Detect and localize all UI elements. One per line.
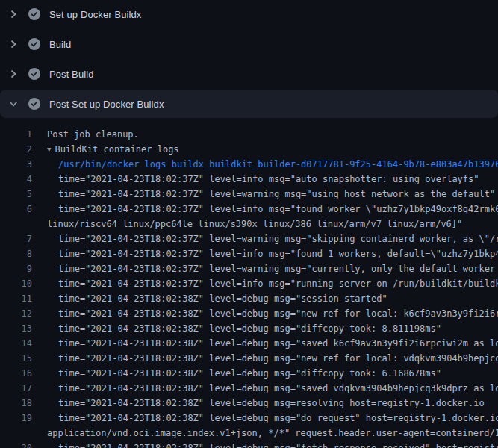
line-number[interactable]: 4 bbox=[0, 172, 32, 187]
log-text: time="2021-04-23T18:02:38Z" level=debug … bbox=[32, 336, 498, 351]
log-row: 4time="2021-04-23T18:02:37Z" level=info … bbox=[0, 172, 498, 187]
line-number[interactable]: 17 bbox=[0, 381, 32, 396]
log-text: time="2021-04-23T18:02:38Z" level=debug … bbox=[32, 366, 441, 381]
step-row-build[interactable]: Build bbox=[0, 30, 498, 58]
log-text: time="2021-04-23T18:02:38Z" level=debug … bbox=[32, 321, 441, 336]
log-row: 17time="2021-04-23T18:02:38Z" level=debu… bbox=[0, 381, 498, 396]
chevron-right-icon[interactable] bbox=[7, 38, 19, 50]
group-collapse-triangle-icon[interactable]: ▼ bbox=[32, 142, 51, 157]
line-number[interactable]: 18 bbox=[0, 396, 32, 411]
line-number[interactable]: 5 bbox=[0, 187, 32, 202]
line-number[interactable]: 11 bbox=[0, 291, 32, 306]
log-text: time="2021-04-23T18:02:38Z" level=debug … bbox=[32, 291, 387, 306]
log-row: 19time="2021-04-23T18:02:38Z" level=debu… bbox=[0, 411, 498, 426]
log-text: application/vnd.oci.image.index.v1+json,… bbox=[32, 426, 498, 441]
step-label: Build bbox=[49, 39, 71, 50]
log-lines: 1Post job cleanup.2▼BuildKit container l… bbox=[0, 119, 498, 448]
log-text: time="2021-04-23T18:02:37Z" level=warnin… bbox=[32, 261, 498, 276]
log-row: 10time="2021-04-23T18:02:37Z" level=info… bbox=[0, 276, 498, 291]
log-row: 1Post job cleanup. bbox=[0, 127, 498, 142]
line-number[interactable]: 2 bbox=[0, 142, 32, 157]
line-number bbox=[0, 217, 32, 231]
line-number[interactable]: 7 bbox=[0, 231, 32, 246]
line-number[interactable]: 10 bbox=[0, 276, 32, 291]
line-number bbox=[0, 426, 32, 441]
step-row-post-build[interactable]: Post Build bbox=[0, 60, 498, 88]
line-number[interactable]: 1 bbox=[0, 127, 32, 142]
log-row: 18time="2021-04-23T18:02:38Z" level=debu… bbox=[0, 396, 498, 411]
log-row: 3/usr/bin/docker logs buildx_buildkit_bu… bbox=[0, 157, 498, 172]
line-number[interactable]: 16 bbox=[0, 366, 32, 381]
step-label: Post Set up Docker Buildx bbox=[49, 99, 164, 110]
log-text: time="2021-04-23T18:02:37Z" level=warnin… bbox=[32, 231, 498, 246]
log-text: time="2021-04-23T18:02:38Z" level=debug … bbox=[32, 351, 498, 366]
log-row: 16time="2021-04-23T18:02:38Z" level=debu… bbox=[0, 366, 498, 381]
log-text: time="2021-04-23T18:02:38Z" level=debug … bbox=[32, 396, 485, 411]
line-number[interactable]: 13 bbox=[0, 321, 32, 336]
check-circle-icon bbox=[28, 68, 40, 80]
step-row-set-up-docker-buildx[interactable]: Set up Docker Buildx bbox=[0, 0, 498, 28]
line-number[interactable]: 8 bbox=[0, 246, 32, 261]
line-number[interactable]: 9 bbox=[0, 261, 32, 276]
line-number[interactable]: 14 bbox=[0, 336, 32, 351]
log-row: 13time="2021-04-23T18:02:38Z" level=debu… bbox=[0, 321, 498, 336]
log-text: time="2021-04-23T18:02:37Z" level=warnin… bbox=[32, 187, 495, 202]
line-number[interactable]: 3 bbox=[0, 157, 32, 172]
log-row: 15time="2021-04-23T18:02:38Z" level=debu… bbox=[0, 351, 498, 366]
log-text: time="2021-04-23T18:02:38Z" level=debug … bbox=[32, 441, 498, 448]
check-circle-icon bbox=[28, 98, 40, 110]
log-text: time="2021-04-23T18:02:38Z" level=debug … bbox=[32, 411, 498, 426]
line-number[interactable]: 20 bbox=[0, 441, 32, 448]
log-row: 14time="2021-04-23T18:02:38Z" level=debu… bbox=[0, 336, 498, 351]
log-row: 11time="2021-04-23T18:02:38Z" level=debu… bbox=[0, 291, 498, 306]
log-text: Post job cleanup. bbox=[32, 127, 139, 142]
log-text: time="2021-04-23T18:02:37Z" level=info m… bbox=[32, 246, 498, 261]
log-text: BuildKit container logs bbox=[51, 142, 178, 157]
chevron-down-icon[interactable] bbox=[7, 98, 19, 110]
log-text: linux/riscv64 linux/ppc64le linux/s390x … bbox=[32, 217, 462, 231]
line-number[interactable]: 6 bbox=[0, 202, 32, 217]
line-number[interactable]: 19 bbox=[0, 411, 32, 426]
log-command-text: /usr/bin/docker logs buildx_buildkit_bui… bbox=[32, 157, 498, 172]
log-row: 12time="2021-04-23T18:02:38Z" level=debu… bbox=[0, 306, 498, 321]
log-row: 9time="2021-04-23T18:02:37Z" level=warni… bbox=[0, 261, 498, 276]
log-row: 5time="2021-04-23T18:02:37Z" level=warni… bbox=[0, 187, 498, 202]
workflow-steps-list: Set up Docker Buildx Build Post Build Po… bbox=[0, 0, 498, 118]
line-number[interactable]: 15 bbox=[0, 351, 32, 366]
chevron-right-icon[interactable] bbox=[7, 68, 19, 80]
log-row: 2▼BuildKit container logs bbox=[0, 142, 498, 157]
check-circle-icon bbox=[28, 38, 40, 50]
step-row-post-set-up-docker-buildx[interactable]: Post Set up Docker Buildx bbox=[0, 90, 498, 118]
step-label: Set up Docker Buildx bbox=[49, 9, 141, 20]
log-row: application/vnd.oci.image.index.v1+json,… bbox=[0, 426, 498, 441]
log-row: 6time="2021-04-23T18:02:37Z" level=info … bbox=[0, 202, 498, 217]
line-number[interactable]: 12 bbox=[0, 306, 32, 321]
log-row: linux/riscv64 linux/ppc64le linux/s390x … bbox=[0, 217, 498, 231]
log-row: 8time="2021-04-23T18:02:37Z" level=info … bbox=[0, 246, 498, 261]
check-circle-icon bbox=[28, 8, 40, 20]
log-row: 7time="2021-04-23T18:02:37Z" level=warni… bbox=[0, 231, 498, 246]
log-text: time="2021-04-23T18:02:37Z" level=info m… bbox=[32, 172, 479, 187]
log-text: time="2021-04-23T18:02:38Z" level=debug … bbox=[32, 381, 498, 396]
step-label: Post Build bbox=[49, 69, 94, 80]
chevron-right-icon[interactable] bbox=[7, 8, 19, 20]
log-row: 20time="2021-04-23T18:02:38Z" level=debu… bbox=[0, 441, 498, 448]
log-text: time="2021-04-23T18:02:38Z" level=debug … bbox=[32, 306, 498, 321]
log-text: time="2021-04-23T18:02:37Z" level=info m… bbox=[32, 202, 498, 217]
log-text: time="2021-04-23T18:02:37Z" level=info m… bbox=[32, 276, 498, 291]
